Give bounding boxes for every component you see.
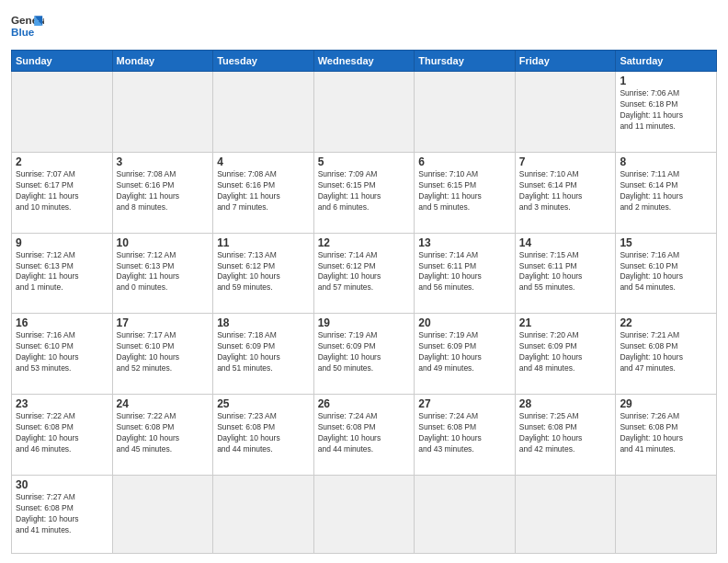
- day-info: Sunrise: 7:11 AM Sunset: 6:14 PM Dayligh…: [620, 169, 712, 213]
- calendar-cell: 12Sunrise: 7:14 AM Sunset: 6:12 PM Dayli…: [313, 233, 415, 314]
- day-number: 26: [318, 397, 411, 410]
- day-info: Sunrise: 7:16 AM Sunset: 6:10 PM Dayligh…: [620, 250, 712, 294]
- day-number: 19: [318, 316, 411, 329]
- day-info: Sunrise: 7:10 AM Sunset: 6:15 PM Dayligh…: [418, 169, 511, 213]
- calendar-cell: 18Sunrise: 7:18 AM Sunset: 6:09 PM Dayli…: [213, 314, 314, 395]
- day-of-week-header: Thursday: [415, 51, 516, 72]
- calendar-week-row: 23Sunrise: 7:22 AM Sunset: 6:08 PM Dayli…: [12, 395, 717, 476]
- day-info: Sunrise: 7:21 AM Sunset: 6:08 PM Dayligh…: [620, 330, 712, 374]
- calendar-cell: [12, 72, 113, 153]
- calendar-cell: 25Sunrise: 7:23 AM Sunset: 6:08 PM Dayli…: [213, 395, 314, 476]
- day-number: 10: [117, 236, 210, 249]
- calendar-cell: 5Sunrise: 7:09 AM Sunset: 6:15 PM Daylig…: [313, 152, 415, 233]
- calendar-cell: 23Sunrise: 7:22 AM Sunset: 6:08 PM Dayli…: [12, 395, 113, 476]
- calendar-cell: 10Sunrise: 7:12 AM Sunset: 6:13 PM Dayli…: [112, 233, 213, 314]
- svg-text:Blue: Blue: [11, 26, 35, 38]
- calendar-cell: 1Sunrise: 7:06 AM Sunset: 6:18 PM Daylig…: [616, 72, 717, 153]
- day-info: Sunrise: 7:12 AM Sunset: 6:13 PM Dayligh…: [16, 250, 108, 294]
- day-of-week-header: Tuesday: [213, 51, 314, 72]
- day-info: Sunrise: 7:23 AM Sunset: 6:08 PM Dayligh…: [217, 411, 310, 455]
- calendar-cell: [112, 476, 213, 554]
- calendar-header-row: SundayMondayTuesdayWednesdayThursdayFrid…: [12, 51, 717, 72]
- calendar-cell: [515, 476, 616, 554]
- day-info: Sunrise: 7:24 AM Sunset: 6:08 PM Dayligh…: [318, 411, 411, 455]
- day-of-week-header: Saturday: [616, 51, 717, 72]
- day-number: 30: [16, 478, 108, 491]
- day-of-week-header: Sunday: [12, 51, 113, 72]
- calendar-cell: [415, 476, 516, 554]
- calendar-week-row: 30Sunrise: 7:27 AM Sunset: 6:08 PM Dayli…: [12, 476, 717, 554]
- day-number: 1: [620, 75, 712, 87]
- day-number: 28: [519, 397, 612, 410]
- calendar-cell: 3Sunrise: 7:08 AM Sunset: 6:16 PM Daylig…: [112, 152, 213, 233]
- page: General Blue SundayMondayTuesdayWednesda…: [0, 0, 728, 563]
- day-info: Sunrise: 7:15 AM Sunset: 6:11 PM Dayligh…: [519, 250, 612, 294]
- day-number: 27: [418, 397, 511, 410]
- calendar-week-row: 1Sunrise: 7:06 AM Sunset: 6:18 PM Daylig…: [12, 72, 717, 153]
- day-number: 4: [217, 155, 310, 168]
- calendar-cell: 29Sunrise: 7:26 AM Sunset: 6:08 PM Dayli…: [616, 395, 717, 476]
- day-number: 11: [217, 236, 310, 249]
- calendar-cell: 15Sunrise: 7:16 AM Sunset: 6:10 PM Dayli…: [616, 233, 717, 314]
- day-number: 22: [620, 316, 712, 329]
- logo: General Blue: [11, 9, 44, 42]
- calendar-week-row: 16Sunrise: 7:16 AM Sunset: 6:10 PM Dayli…: [12, 314, 717, 395]
- calendar-cell: [112, 72, 213, 153]
- day-info: Sunrise: 7:08 AM Sunset: 6:16 PM Dayligh…: [117, 169, 210, 213]
- day-info: Sunrise: 7:16 AM Sunset: 6:10 PM Dayligh…: [16, 330, 108, 374]
- day-info: Sunrise: 7:13 AM Sunset: 6:12 PM Dayligh…: [217, 250, 310, 294]
- logo-icon: General Blue: [11, 9, 44, 42]
- day-info: Sunrise: 7:20 AM Sunset: 6:09 PM Dayligh…: [519, 330, 612, 374]
- day-number: 17: [117, 316, 210, 329]
- day-info: Sunrise: 7:22 AM Sunset: 6:08 PM Dayligh…: [16, 411, 108, 455]
- calendar-cell: 14Sunrise: 7:15 AM Sunset: 6:11 PM Dayli…: [515, 233, 616, 314]
- calendar-cell: 22Sunrise: 7:21 AM Sunset: 6:08 PM Dayli…: [616, 314, 717, 395]
- calendar-cell: [313, 476, 415, 554]
- calendar-cell: 8Sunrise: 7:11 AM Sunset: 6:14 PM Daylig…: [616, 152, 717, 233]
- header: General Blue: [11, 9, 717, 42]
- calendar-week-row: 9Sunrise: 7:12 AM Sunset: 6:13 PM Daylig…: [12, 233, 717, 314]
- day-info: Sunrise: 7:27 AM Sunset: 6:08 PM Dayligh…: [16, 492, 108, 536]
- calendar-cell: 30Sunrise: 7:27 AM Sunset: 6:08 PM Dayli…: [12, 476, 113, 554]
- day-number: 13: [418, 236, 511, 249]
- day-number: 9: [16, 236, 108, 249]
- day-number: 18: [217, 316, 310, 329]
- day-info: Sunrise: 7:19 AM Sunset: 6:09 PM Dayligh…: [418, 330, 511, 374]
- day-info: Sunrise: 7:07 AM Sunset: 6:17 PM Dayligh…: [16, 169, 108, 213]
- calendar-cell: 24Sunrise: 7:22 AM Sunset: 6:08 PM Dayli…: [112, 395, 213, 476]
- day-number: 24: [117, 397, 210, 410]
- calendar-cell: 7Sunrise: 7:10 AM Sunset: 6:14 PM Daylig…: [515, 152, 616, 233]
- day-info: Sunrise: 7:18 AM Sunset: 6:09 PM Dayligh…: [217, 330, 310, 374]
- day-info: Sunrise: 7:08 AM Sunset: 6:16 PM Dayligh…: [217, 169, 310, 213]
- calendar-cell: 26Sunrise: 7:24 AM Sunset: 6:08 PM Dayli…: [313, 395, 415, 476]
- day-number: 23: [16, 397, 108, 410]
- day-number: 7: [519, 155, 612, 168]
- calendar-cell: [313, 72, 415, 153]
- day-number: 5: [318, 155, 411, 168]
- calendar-cell: 21Sunrise: 7:20 AM Sunset: 6:09 PM Dayli…: [515, 314, 616, 395]
- day-of-week-header: Wednesday: [313, 51, 415, 72]
- day-number: 15: [620, 236, 712, 249]
- calendar-table: SundayMondayTuesdayWednesdayThursdayFrid…: [11, 50, 717, 554]
- calendar-cell: 17Sunrise: 7:17 AM Sunset: 6:10 PM Dayli…: [112, 314, 213, 395]
- calendar-cell: 11Sunrise: 7:13 AM Sunset: 6:12 PM Dayli…: [213, 233, 314, 314]
- calendar-cell: [415, 72, 516, 153]
- day-info: Sunrise: 7:24 AM Sunset: 6:08 PM Dayligh…: [418, 411, 511, 455]
- calendar-cell: 2Sunrise: 7:07 AM Sunset: 6:17 PM Daylig…: [12, 152, 113, 233]
- day-number: 2: [16, 155, 108, 168]
- calendar-cell: [515, 72, 616, 153]
- day-info: Sunrise: 7:14 AM Sunset: 6:12 PM Dayligh…: [318, 250, 411, 294]
- calendar-cell: 16Sunrise: 7:16 AM Sunset: 6:10 PM Dayli…: [12, 314, 113, 395]
- calendar-cell: 9Sunrise: 7:12 AM Sunset: 6:13 PM Daylig…: [12, 233, 113, 314]
- day-of-week-header: Monday: [112, 51, 213, 72]
- calendar-cell: 13Sunrise: 7:14 AM Sunset: 6:11 PM Dayli…: [415, 233, 516, 314]
- day-number: 8: [620, 155, 712, 168]
- day-number: 6: [418, 155, 511, 168]
- day-info: Sunrise: 7:26 AM Sunset: 6:08 PM Dayligh…: [620, 411, 712, 455]
- day-info: Sunrise: 7:17 AM Sunset: 6:10 PM Dayligh…: [117, 330, 210, 374]
- day-number: 16: [16, 316, 108, 329]
- calendar-cell: 4Sunrise: 7:08 AM Sunset: 6:16 PM Daylig…: [213, 152, 314, 233]
- calendar-cell: 19Sunrise: 7:19 AM Sunset: 6:09 PM Dayli…: [313, 314, 415, 395]
- day-info: Sunrise: 7:06 AM Sunset: 6:18 PM Dayligh…: [620, 88, 712, 132]
- calendar-cell: 28Sunrise: 7:25 AM Sunset: 6:08 PM Dayli…: [515, 395, 616, 476]
